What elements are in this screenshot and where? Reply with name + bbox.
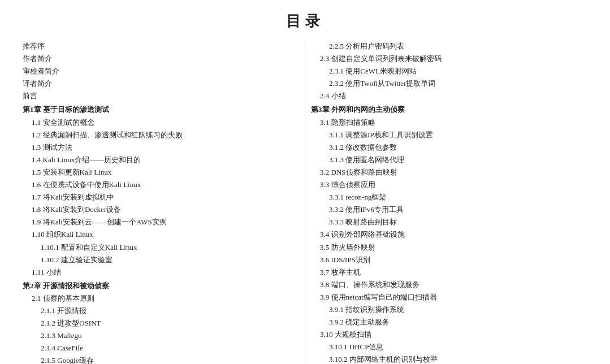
toc-item: 1.11 小结 [23, 266, 299, 279]
toc-item: 前言 [23, 90, 299, 102]
toc-item: 2.1.4 CaseFile [23, 342, 299, 354]
toc-item: 1.10.2 建立验证实验室 [23, 254, 299, 266]
toc-item: 2.2.5 分析用户密码列表 [311, 40, 587, 53]
toc-item: 2.4 小结 [311, 90, 587, 102]
toc-item: 2.3.2 使用Twofi从Twitter提取单词 [311, 77, 587, 90]
page-title: 目录 [286, 11, 325, 31]
toc-item: 3.1.1 调整源IP栈和工具识别设置 [311, 129, 587, 141]
toc-item: 1.2 经典漏洞扫描、渗透测试和红队练习的失败 [23, 129, 299, 141]
toc-item: 3.6 IDS/IPS识别 [311, 254, 587, 266]
toc-item: 1.10 组织Kali Linux [23, 228, 299, 241]
toc-item: 3.2 DNS侦察和路由映射 [311, 166, 587, 179]
toc-item: 2.1.1 开源情报 [23, 305, 299, 317]
toc-item: 3.3 综合侦察应用 [311, 179, 587, 191]
toc-item: 1.5 安装和更新Kali Linux [23, 166, 299, 179]
toc-item: 审校者简介 [23, 65, 299, 77]
toc-item: 2.1.2 进攻型OSINT [23, 317, 299, 330]
toc-item: 1.4 Kali Linux介绍——历史和目的 [23, 154, 299, 166]
toc-item: 3.9.2 确定主动服务 [311, 316, 587, 328]
toc-item: 3.10 大规模扫描 [311, 328, 587, 341]
toc-item: 作者简介 [23, 53, 299, 65]
toc-item: 1.7 将Kali安装到虚拟机中 [23, 191, 299, 203]
toc-item: 2.1.5 Google缓存 [23, 354, 299, 364]
toc-item: 3.1.2 修改数据包参数 [311, 141, 587, 154]
toc-item: 2.1.3 Maltego [23, 330, 299, 342]
toc-item: 3.1 隐形扫描策略 [311, 116, 587, 129]
toc-item: 第3章 外网和内网的主动侦察 [311, 103, 587, 116]
toc-item: 2.1 侦察的基本原则 [23, 292, 299, 305]
toc-item: 第1章 基于目标的渗透测试 [23, 103, 299, 116]
toc-item: 3.10.2 内部网络主机的识别与枚举 [311, 353, 587, 364]
toc-item: 3.5 防火墙外映射 [311, 241, 587, 254]
toc-item: 1.3 测试方法 [23, 141, 299, 154]
right-column: 2.2.5 分析用户密码列表2.3 创建自定义单词列列表来破解密码2.3.1 使… [305, 40, 593, 364]
toc-item: 3.3.3 映射路由到目标 [311, 216, 587, 228]
toc-item: 推荐序 [23, 40, 299, 53]
toc-item: 3.4 识别外部网络基础设施 [311, 228, 587, 241]
toc-item: 1.6 在便携式设备中使用Kali Linux [23, 179, 299, 191]
toc-item: 1.9 将Kali安装到云——创建一个AWS实例 [23, 216, 299, 228]
toc-item: 3.10.1 DHCP信息 [311, 341, 587, 353]
toc-item: 2.3.1 使用CeWL米映射网站 [311, 65, 587, 77]
toc-item: 1.1 安全测试的概念 [23, 116, 299, 129]
left-column: 推荐序作者简介审校者简介译者简介前言第1章 基于目标的渗透测试1.1 安全测试的… [17, 40, 305, 364]
toc-item: 3.9 使用netcat编写自己的端口扫描器 [311, 291, 587, 304]
toc-item: 3.1.3 使用匿名网络代理 [311, 154, 587, 166]
toc-item: 1.10.1 配置和自定义Kali Linux [23, 241, 299, 254]
toc-item: 3.8 端口、操作系统和发现服务 [311, 279, 587, 291]
toc-item: 3.3.1 recon-ng框架 [311, 191, 587, 203]
toc-item: 第2章 开源情报和被动侦察 [23, 280, 299, 292]
toc-item: 3.3.2 使用IPv6专用工具 [311, 203, 587, 216]
toc-item: 译者简介 [23, 77, 299, 90]
toc-item: 1.8 将Kali安装到Docker设备 [23, 203, 299, 216]
toc-item: 3.9.1 指纹识别操作系统 [311, 304, 587, 316]
toc-item: 3.7 枚举主机 [311, 266, 587, 279]
toc-item: 2.3 创建自定义单词列列表来破解密码 [311, 53, 587, 65]
